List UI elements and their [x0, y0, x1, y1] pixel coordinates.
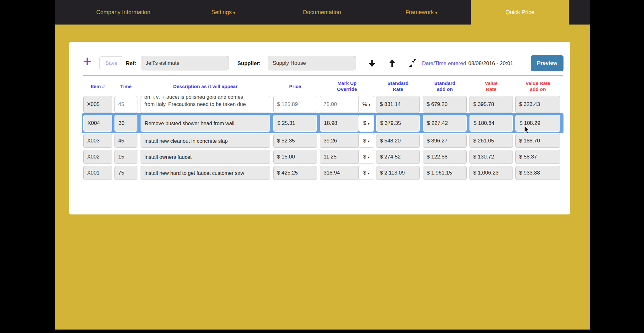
chevron-down-icon: ▾	[368, 139, 369, 143]
arrow-down-icon[interactable]	[368, 59, 376, 68]
markup-unit-dropdown[interactable]: $▾	[358, 134, 374, 148]
chevron-down-icon: ▾	[233, 10, 235, 15]
time-input[interactable]: 45	[114, 96, 137, 113]
col-header-value-rate: ValueRate	[469, 78, 513, 94]
mouse-cursor	[524, 126, 531, 134]
time-input[interactable]: 15	[114, 150, 137, 164]
ref-input[interactable]: Jeff's estimate	[141, 56, 229, 70]
standard-add-on-cell: $ 122.58	[423, 150, 467, 164]
markup-override-input[interactable]: 318.94	[320, 166, 359, 180]
value-rate-add-on-cell: $ 323.43	[515, 96, 560, 113]
nav-company-information[interactable]: Company Information	[82, 0, 164, 25]
col-header-standard-rate: StandardRate	[376, 78, 420, 94]
arrow-up-icon[interactable]	[388, 59, 396, 68]
description-input[interactable]: Install new hard to get faucet customer …	[141, 166, 270, 180]
standard-rate-cell: $ 274.52	[376, 150, 420, 164]
nav-documentation[interactable]: Documentation	[291, 0, 353, 25]
standard-rate-cell: $ 2,113.09	[376, 166, 420, 180]
value-rate-cell: $ 395.78	[469, 96, 513, 113]
col-header-markup-override: Mark UpOverride	[320, 78, 374, 94]
description-input[interactable]: on T.V." Faucet is polished gold and com…	[141, 96, 270, 113]
markup-unit-dropdown[interactable]: $▾	[358, 166, 374, 180]
quick-price-panel: + Save Ref: Jeff's estimate Supplier: Su…	[69, 42, 570, 214]
table-row: X005 45 on T.V." Faucet is polished gold…	[69, 96, 570, 113]
price-input[interactable]: $ 125.89	[273, 96, 317, 113]
chevron-down-icon: ▾	[368, 155, 369, 159]
markup-unit-dropdown[interactable]: %▾	[358, 96, 374, 113]
markup-override-input[interactable]: 11.25	[320, 150, 359, 164]
standard-add-on-cell: $ 1,961.15	[423, 166, 467, 180]
standard-rate-cell: $ 379.35	[376, 115, 420, 132]
add-row-button[interactable]: +	[81, 53, 94, 69]
app-background: Company Information Settings ▾ Documenta…	[55, 0, 590, 330]
supplier-label: Supplier:	[237, 60, 261, 67]
value-rate-cell: $ 130.72	[469, 150, 513, 164]
time-input[interactable]: 45	[114, 134, 137, 148]
chevron-down-icon: ▾	[435, 10, 437, 15]
item-no-cell[interactable]: X001	[83, 166, 112, 180]
col-header-time: Time	[114, 78, 137, 94]
markup-override-input[interactable]: 75.00	[320, 96, 359, 113]
col-header-standard-add-on: Standardadd on	[423, 78, 467, 94]
value-rate-cell: $ 261.05	[469, 134, 513, 148]
standard-rate-cell: $ 831.14	[376, 96, 420, 113]
standard-add-on-cell: $ 396.27	[423, 134, 467, 148]
standard-add-on-cell: $ 227.42	[423, 115, 467, 132]
item-no-cell[interactable]: X004	[83, 115, 112, 132]
nav-settings[interactable]: Settings ▾	[198, 0, 248, 25]
datetime-entered-label: Date/Time entered	[422, 60, 466, 67]
nav-label: Quick Price	[505, 9, 534, 16]
time-input[interactable]: 30	[114, 115, 137, 132]
nav-label: Framework	[405, 9, 434, 16]
nav-label: Company Information	[96, 9, 150, 16]
markup-unit-dropdown[interactable]: $▾	[358, 115, 374, 132]
time-input[interactable]: 75	[114, 166, 137, 180]
col-header-item-no: Item #	[83, 78, 112, 94]
col-header-description: Description as it will appear	[141, 78, 270, 94]
nav-quick-price-active-tab[interactable]: Quick Price	[471, 0, 569, 25]
description-input[interactable]: Install owners faucet	[141, 150, 270, 164]
description-input[interactable]: Install new cleanout in concrete slap	[141, 134, 270, 148]
table-row-selected: X004 30 Remove busted shower head from w…	[69, 115, 570, 132]
value-rate-cell: $ 1,006.23	[469, 166, 513, 180]
price-input[interactable]: $ 52.35	[273, 134, 317, 148]
nav-label: Settings	[211, 9, 232, 16]
markup-override-input[interactable]: 18.98	[320, 115, 359, 132]
ref-label: Ref:	[126, 60, 136, 67]
description-input[interactable]: Remove busted shower head from wall.	[141, 115, 270, 132]
save-button[interactable]: Save	[99, 56, 123, 70]
nav-label: Documentation	[303, 9, 341, 16]
col-header-value-rate-add-on: Value Rateadd on	[515, 78, 560, 94]
price-input[interactable]: $ 25.31	[273, 115, 317, 132]
price-input[interactable]: $ 425.25	[273, 166, 317, 180]
value-rate-add-on-cell: $ 108.29	[515, 115, 560, 132]
markup-override-input[interactable]: 39.26	[320, 134, 359, 148]
item-no-cell[interactable]: X002	[83, 150, 112, 164]
chevron-down-icon: ▾	[369, 102, 370, 107]
table-row: X001 75 Install new hard to get faucet c…	[69, 166, 570, 180]
value-rate-cell: $ 180.64	[469, 115, 513, 132]
compress-icon[interactable]	[408, 59, 417, 68]
top-navbar: Company Information Settings ▾ Documenta…	[55, 0, 590, 25]
supplier-input[interactable]: Supply House	[268, 56, 356, 70]
nav-framework[interactable]: Framework ▾	[390, 0, 453, 25]
value-rate-add-on-cell: $ 58.37	[515, 150, 560, 164]
item-no-cell[interactable]: X003	[83, 134, 112, 148]
preview-button[interactable]: Preview	[531, 55, 564, 71]
value-rate-add-on-cell: $ 188.70	[515, 134, 560, 148]
table-row: X003 45 Install new cleanout in concrete…	[69, 134, 570, 148]
markup-unit-dropdown[interactable]: $▾	[358, 150, 374, 164]
standard-rate-cell: $ 548.20	[376, 134, 420, 148]
price-input[interactable]: $ 15.00	[273, 150, 317, 164]
table-row: X002 15 Install owners faucet $ 15.00 11…	[69, 150, 570, 164]
chevron-down-icon: ▾	[368, 121, 369, 126]
chevron-down-icon: ▾	[368, 171, 369, 175]
value-rate-add-on-cell: $ 933.88	[515, 166, 560, 180]
item-no-cell[interactable]: X005	[83, 96, 112, 113]
toolbar-divider	[83, 75, 563, 75]
standard-add-on-cell: $ 679.20	[423, 96, 467, 113]
datetime-entered-value: 08/08/2016 - 20:01	[468, 60, 513, 67]
col-header-price: Price	[273, 78, 317, 94]
